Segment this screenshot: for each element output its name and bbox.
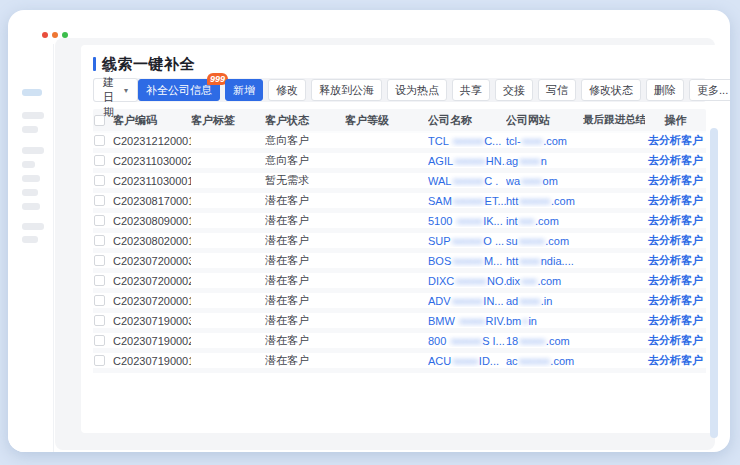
company-name-cell[interactable]: DIXCnnnnnnNO... [428,275,506,287]
row-checkbox[interactable] [94,355,105,366]
redacted-text: nnnnnn [452,255,483,267]
column-header[interactable]: 公司名称 [428,113,506,128]
sidebar-item[interactable] [22,223,44,230]
analyze-customer-link[interactable]: 去分析客户 [645,173,706,188]
analyze-customer-link[interactable]: 去分析客户 [645,253,706,268]
analyze-customer-link[interactable]: 去分析客户 [645,353,706,368]
row-checkbox[interactable] [94,175,105,186]
row-checkbox[interactable] [94,135,105,146]
row-checkbox[interactable] [94,335,105,346]
toolbar-button[interactable]: 设为热点 [387,79,447,101]
company-website-cell[interactable]: dixnnn.com [506,275,583,287]
sidebar-item[interactable] [22,175,40,182]
row-checkbox[interactable] [94,315,105,326]
toolbar-button[interactable]: 修改 [268,79,306,101]
sidebar-item[interactable] [22,236,38,243]
company-name-cell[interactable]: TCL nnnnnnC... [428,135,506,147]
toolbar-button[interactable]: 共享 [452,79,490,101]
company-website-cell[interactable]: adnnnn.in [506,295,583,307]
company-name-cell[interactable]: BMW nnnnnRIV... [428,315,506,327]
redacted-text: nnnn [519,255,539,267]
analyze-customer-link[interactable]: 去分析客户 [645,193,706,208]
sidebar-skeleton [8,44,54,452]
company-website-cell[interactable]: tcl-nnnn.com [506,135,583,147]
company-website-cell[interactable]: sunnnnn.com [506,235,583,247]
company-website-cell[interactable]: 18nnnnn.com [506,335,583,347]
table-row: C202307200001 潜在客户 ADVnnnnnnIN... adnnnn… [93,293,706,313]
company-name-cell[interactable]: SAMnnnnnnET... [428,195,506,207]
sidebar-item[interactable] [22,161,35,168]
column-header[interactable]: 客户标签 [191,113,265,128]
toolbar-button[interactable]: 新增 [225,79,263,101]
close-window-icon[interactable] [42,32,48,38]
analyze-customer-link[interactable]: 去分析客户 [645,293,706,308]
toolbar-button[interactable]: 释放到公海 [311,79,382,101]
company-website-cell[interactable]: intnnn.com [506,215,583,227]
date-filter-select[interactable]: 创建日期 ▾ [93,78,138,102]
company-name-cell[interactable]: WALnnnnnnC . [428,175,506,187]
table-row: C202311030002 意向客户 AGILnnnnnnHN... agnnn… [93,153,706,173]
row-select-cell [93,135,113,146]
column-header[interactable]: 操作 [645,113,706,128]
row-checkbox[interactable] [94,215,105,226]
redacted-text: nnnnnn [454,155,485,167]
company-website-cell[interactable]: agnnnnn [506,155,583,167]
company-name-cell[interactable]: AGILnnnnnnHN... [428,155,506,167]
table-header-row: 客户编码客户标签客户状态客户等级公司名称公司网站最后跟进总结操作 [93,109,706,133]
row-checkbox[interactable] [94,235,105,246]
customer-code-cell: C202307200003 [113,255,191,267]
sidebar-item[interactable] [22,112,44,119]
analyze-customer-link[interactable]: 去分析客户 [645,273,706,288]
toolbar-button[interactable]: 修改状态 [581,79,641,101]
app-window: 线索一键补全 创建日期 ▾ 补全公司信息 999 新增 修改 释放到公海 设为热… [8,10,730,452]
analyze-customer-link[interactable]: 去分析客户 [645,233,706,248]
toolbar-button[interactable]: 删除 [646,79,684,101]
sidebar-item[interactable] [22,189,38,196]
customer-status-cell: 意向客户 [265,153,345,168]
customer-code-cell: C202311030002 [113,155,191,167]
minimize-window-icon[interactable] [52,32,58,38]
column-header[interactable]: 客户等级 [345,113,428,128]
analyze-customer-link[interactable]: 去分析客户 [645,333,706,348]
toolbar-button[interactable]: 补全公司信息 999 [138,79,220,101]
company-name-cell[interactable]: BOSnnnnnnM... [428,255,506,267]
company-website-cell[interactable]: httnnnnndia.... [506,255,583,267]
toolbar-button[interactable]: 写信 [538,79,576,101]
company-website-cell[interactable]: httnnnnnn.com [506,195,583,207]
analyze-customer-link[interactable]: 去分析客户 [645,153,706,168]
row-checkbox[interactable] [94,195,105,206]
customer-code-cell: C202307200002 [113,275,191,287]
company-website-cell[interactable]: wannnnom [506,175,583,187]
sidebar-item-active[interactable] [22,89,42,96]
toolbar-button[interactable]: 更多... ▾ [689,79,730,101]
company-website-cell[interactable]: acnnnnnn.com [506,355,583,367]
toolbar-button-label: 修改 [276,80,298,100]
table-scrollbar[interactable] [710,128,718,438]
company-name-cell[interactable]: 5100 nnnnnIK... [428,215,506,227]
column-header[interactable]: 客户状态 [265,113,345,128]
select-all-checkbox[interactable] [94,115,105,126]
analyze-customer-link[interactable]: 去分析客户 [645,133,706,148]
company-name-cell[interactable]: ADVnnnnnnIN... [428,295,506,307]
analyze-customer-link[interactable]: 去分析客户 [645,213,706,228]
sidebar-item[interactable] [22,147,44,154]
column-header[interactable]: 公司网站 [506,113,583,128]
row-select-cell [93,235,113,246]
row-checkbox[interactable] [94,295,105,306]
company-name-cell[interactable]: SUPnnnnnnO ... [428,235,506,247]
sidebar-item[interactable] [22,203,40,210]
company-name-cell[interactable]: 800 nnnnnnS I... [428,335,506,347]
row-checkbox[interactable] [94,255,105,266]
column-header[interactable]: 最后跟进总结 [583,113,645,127]
company-website-cell[interactable]: bmnin [506,315,583,327]
analyze-customer-link[interactable]: 去分析客户 [645,313,706,328]
company-name-cell[interactable]: ACUnnnnnID... [428,355,506,367]
content-card: 线索一键补全 创建日期 ▾ 补全公司信息 999 新增 修改 释放到公海 设为热… [81,45,718,433]
customer-status-cell: 意向客户 [265,133,345,148]
redacted-text: nnn [521,275,536,287]
sidebar-item[interactable] [22,126,38,133]
column-header[interactable]: 客户编码 [113,113,191,128]
row-checkbox[interactable] [94,275,105,286]
row-checkbox[interactable] [94,155,105,166]
toolbar-button[interactable]: 交接 [495,79,533,101]
